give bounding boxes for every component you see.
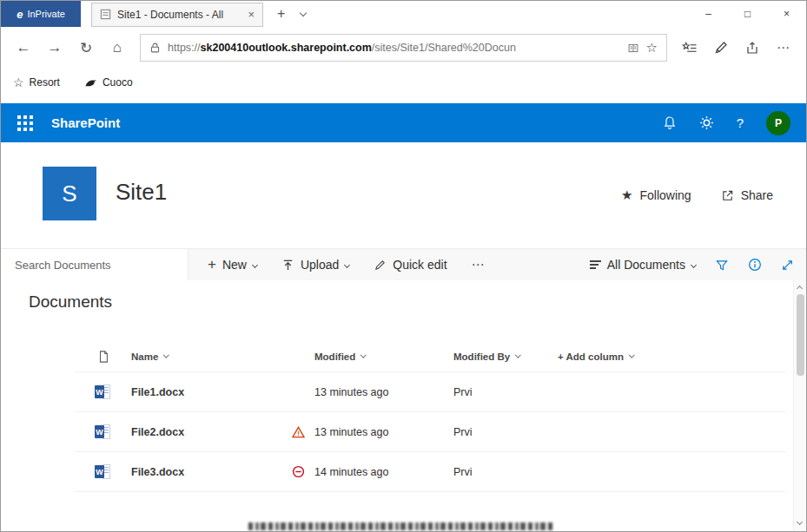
file-type-column-header[interactable] [75,350,131,364]
refresh-button[interactable]: ↻ [70,32,102,63]
share-site-icon [721,189,734,202]
warning-status-icon: ! [292,426,314,438]
quick-edit-label: Quick edit [393,258,446,272]
library-heading: Documents [29,292,112,312]
browser-tab[interactable]: Site1 - Documents - All × [91,3,263,27]
file-name-link[interactable]: File3.docx [131,466,292,478]
modified-column-label: Modified [314,351,355,362]
view-label: All Documents [607,258,685,272]
vertical-scrollbar[interactable] [793,280,806,531]
modified-cell: 13 minutes ago [314,386,453,398]
chevron-down-icon [344,261,350,267]
maximize-button[interactable]: □ [728,1,767,27]
favorite-label: Resort [30,76,60,89]
scroll-up-arrow-icon[interactable] [797,286,803,292]
url-text: https://sk200410outlook.sharepoint.com/s… [168,42,620,54]
tab-title: Site1 - Documents - All [117,9,241,21]
document-search-box[interactable] [1,249,189,280]
url-host: sk200410outlook.sharepoint.com [201,42,372,54]
forward-button[interactable]: → [39,32,70,63]
chevron-down-icon [691,261,697,267]
file-name-link[interactable]: File2.docx [131,426,292,438]
help-button[interactable]: ? [737,115,744,130]
new-tab-button[interactable]: + [277,6,285,22]
modified-column-header[interactable]: Modified [314,351,453,362]
share-site-label: Share [741,188,773,202]
view-lines-icon [590,260,601,269]
table-row[interactable]: W File2.docx ! 13 minutes ago Prvi [75,412,785,452]
reading-view-icon[interactable] [627,43,639,54]
new-button[interactable]: + New [208,256,257,273]
lock-icon [149,42,161,54]
add-favorite-star-icon[interactable]: ☆ [646,40,658,56]
home-button[interactable]: ⌂ [102,32,133,63]
scrollbar-thumb[interactable] [797,294,804,376]
fullscreen-expand-icon[interactable] [781,259,794,272]
document-library: Documents Name Modified Modified By [1,280,806,531]
documents-table: Name Modified Modified By + Add column [75,341,785,492]
tab-favicon-icon [100,9,111,20]
filter-funnel-icon[interactable] [715,259,729,272]
tab-preview-chevron-icon[interactable] [300,9,307,16]
browser-window: e InPrivate Site1 - Documents - All × + … [0,0,807,532]
share-icon[interactable] [737,32,768,63]
search-input[interactable] [13,258,188,273]
favorite-item-resort[interactable]: ☆ Resort [13,76,60,89]
upload-icon [281,259,294,272]
word-file-icon: W [75,464,131,479]
share-site-button[interactable]: Share [721,188,773,202]
site-actions: ★ Following Share [621,187,773,203]
upload-label: Upload [301,258,339,272]
modified-by-cell: Prvi [453,426,558,438]
modified-by-column-header[interactable]: Modified By [453,351,558,362]
minimize-button[interactable]: – [689,1,728,27]
user-avatar[interactable]: P [766,111,790,135]
address-bar[interactable]: https://sk200410outlook.sharepoint.com/s… [140,34,667,62]
favorites-bar: ☆ Resort Cuoco [1,69,806,96]
name-column-label: Name [131,351,158,362]
inprivate-badge: e InPrivate [1,1,81,27]
scroll-down-arrow-icon[interactable] [797,519,803,525]
app-launcher-icon[interactable] [4,115,46,131]
address-toolbar: ← → ↻ ⌂ https://sk200410outlook.sharepoi… [1,27,806,69]
following-button[interactable]: ★ Following [621,187,691,203]
file-name-link[interactable]: File1.docx [131,386,292,398]
info-icon[interactable] [748,258,762,272]
favorite-star-icon: ☆ [13,76,24,89]
tab-close-icon[interactable]: × [248,8,255,21]
settings-more-icon[interactable]: ⋯ [768,32,799,63]
back-button[interactable]: ← [8,32,39,63]
site-logo[interactable]: S [43,167,96,220]
spacer [1,96,806,103]
view-selector[interactable]: All Documents [590,258,696,272]
inprivate-label: InPrivate [27,9,64,19]
following-label: Following [640,188,691,202]
blocked-status-icon [292,465,314,478]
favorites-hub-icon[interactable] [674,32,705,63]
name-column-header[interactable]: Name [131,351,292,362]
chevron-down-icon [515,352,520,358]
modified-cell: 13 minutes ago [314,426,453,438]
add-column-button[interactable]: + Add column [558,351,785,362]
chevron-down-icon [252,261,258,267]
notifications-bell-icon[interactable] [663,115,677,130]
more-commands-icon[interactable]: ⋯ [472,257,486,273]
pencil-icon [374,259,387,272]
upload-button[interactable]: Upload [281,258,349,272]
quick-edit-button[interactable]: Quick edit [374,258,446,272]
command-buttons: + New Upload Quick edit ⋯ [208,249,486,280]
favorite-item-cuoco[interactable]: Cuoco [84,76,133,89]
favorite-label: Cuoco [103,76,133,89]
settings-gear-icon[interactable] [699,115,714,130]
table-row[interactable]: W File1.docx 13 minutes ago Prvi [75,372,785,412]
chevron-down-icon [361,352,366,358]
annotate-pen-icon[interactable] [705,32,737,63]
command-bar: + New Upload Quick edit ⋯ [1,248,806,280]
add-column-label: + Add column [558,351,624,362]
window-controls: – □ × [689,1,806,27]
close-window-button[interactable]: × [767,1,806,27]
sharepoint-title[interactable]: SharePoint [51,115,120,130]
table-header-row: Name Modified Modified By + Add column [75,341,785,372]
word-file-icon: W [75,424,131,439]
table-row[interactable]: W File3.docx 14 minutes ago Prvi [75,452,785,492]
